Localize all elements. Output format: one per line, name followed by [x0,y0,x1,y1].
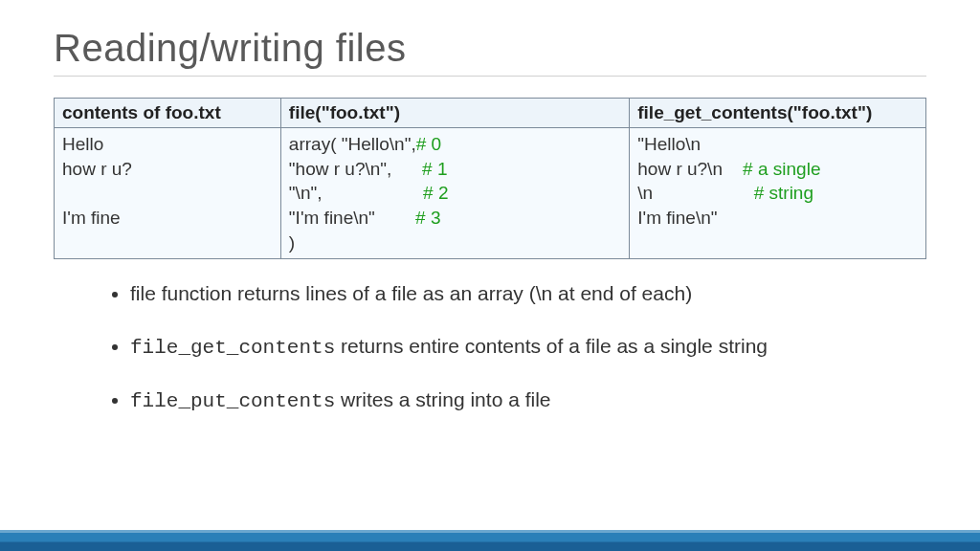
table-cell-file-get-contents: "Hello\n how r u?\n # a single \n # stri… [630,128,926,259]
table-cell-contents: Hello how r u? I'm fine [55,128,281,259]
list-item: file function returns lines of a file as… [130,280,926,307]
code-text: how r u?\n [637,157,723,182]
slide-title: Reading/writing files [54,27,926,77]
code-comment: # 1 [391,157,621,182]
code-text: "how r u?\n", [289,157,392,182]
footer-accent-bar [0,530,980,551]
list-item: file_put_contents writes a string into a… [130,386,926,415]
code-text: ) [289,231,295,255]
code-inline: file_put_contents [130,390,335,412]
table-header: contents of foo.txt [55,99,281,128]
code-text: array( "Hello\n", [289,132,416,157]
file-line [62,231,273,255]
code-inline: file_get_contents [130,337,335,359]
code-text: "I'm fine\n" [289,206,375,231]
code-text: "\n", [289,181,323,206]
code-comment: # string [653,181,918,206]
code-comment: # 3 [375,206,621,231]
code-text: "Hello\n [637,132,701,157]
code-text: I'm fine\n" [637,206,717,231]
code-comment: # 0 [416,132,622,157]
file-line: Hello [62,132,273,157]
code-comment: # 2 [322,181,621,206]
code-text: \n [637,181,653,206]
file-line [62,181,273,206]
comparison-table: contents of foo.txt file("foo.txt") file… [54,98,926,259]
file-line: I'm fine [62,206,273,231]
code-comment: # a single [723,157,918,182]
bullet-list: file function returns lines of a file as… [54,280,926,415]
list-item: file_get_contents returns entire content… [130,333,926,362]
table-header: file("foo.txt") [280,99,629,128]
table-cell-file-array: array( "Hello\n",# 0 "how r u?\n", # 1 "… [280,128,629,259]
file-line: how r u? [62,157,273,182]
table-header: file_get_contents("foo.txt") [630,99,926,128]
